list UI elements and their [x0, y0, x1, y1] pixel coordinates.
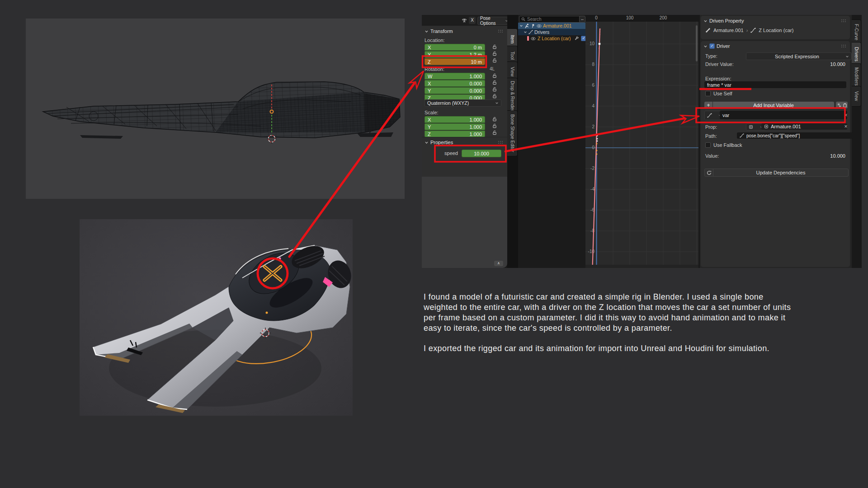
- channel-object-name: Armature.001: [543, 23, 572, 28]
- filter-toggle-button[interactable]: ↔: [579, 16, 585, 23]
- pose-icon: [462, 18, 467, 23]
- transform-section-header[interactable]: Transform: [425, 28, 453, 34]
- channel-name: Z Location (car): [538, 36, 571, 41]
- location-z-field[interactable]: Z10 m: [425, 58, 485, 65]
- lock-open-icon[interactable]: [492, 94, 497, 99]
- axis-label: X: [428, 117, 431, 122]
- eye-icon: [531, 36, 536, 41]
- viewport-close-button[interactable]: X: [469, 17, 476, 24]
- chevron-down-icon: [425, 141, 429, 145]
- add-input-variable-label: Add Input Variable: [753, 103, 794, 108]
- panel-grip-icon[interactable]: [498, 141, 503, 144]
- drivers-graph-region[interactable]: 0 100 200 108: [585, 15, 698, 268]
- update-dependencies-button[interactable]: Update Dependencies: [713, 169, 849, 177]
- pose-options-dropdown[interactable]: Pose Options: [477, 17, 511, 25]
- axis-value: 1.000: [469, 124, 482, 130]
- location-y-field[interactable]: Y1.2 m: [425, 51, 485, 58]
- caption-line: per frame based on a custom parameter. I…: [424, 313, 860, 323]
- frame-tick: 0: [595, 15, 598, 20]
- rotation-y-field[interactable]: Y0.000: [425, 87, 485, 94]
- driver-icon: [740, 133, 744, 138]
- svg-text:6: 6: [592, 83, 594, 88]
- copy-driver-icon[interactable]: [837, 103, 841, 108]
- channel-row-drivers-group[interactable]: Drivers: [518, 29, 591, 35]
- variable-delete-button[interactable]: ×: [843, 111, 849, 119]
- scale-z-field[interactable]: Z1.000: [425, 131, 485, 137]
- driver-icon: [750, 28, 756, 33]
- pin-icon: [531, 23, 535, 28]
- driver-sidebar: Driven Property Armature.001 › Z Locatio…: [700, 15, 852, 268]
- lock-open-icon[interactable]: [492, 58, 497, 63]
- lock-open-icon[interactable]: [492, 117, 497, 122]
- driven-property-title: Driven Property: [709, 18, 744, 23]
- lock-open-icon[interactable]: [492, 73, 497, 78]
- variable-name-field[interactable]: var: [720, 111, 847, 119]
- speed-value: 10.000: [474, 151, 489, 156]
- use-fallback-row[interactable]: Use Fallback: [705, 142, 742, 148]
- viewport-empty-area: ∧: [422, 177, 507, 268]
- editor-tab-strip: F-Curve Drivers Modifiers View: [852, 15, 862, 268]
- prop-object-field[interactable]: Armature.001: [761, 123, 847, 130]
- add-variable-plus-button[interactable]: +: [704, 102, 712, 108]
- caption-paragraph-2: I exported the rigged car and its animat…: [424, 343, 860, 354]
- tab-view[interactable]: View: [852, 86, 861, 107]
- use-self-row[interactable]: Use Self: [705, 91, 732, 96]
- channel-search-field[interactable]: Search: [519, 16, 582, 23]
- driver-section-header[interactable]: ✓ Driver: [703, 43, 730, 49]
- refresh-icon: [707, 170, 712, 175]
- tab-f-curve[interactable]: F-Curve: [852, 19, 861, 45]
- rotation-w-field[interactable]: W1.000: [425, 73, 485, 80]
- axis-label: X: [428, 81, 431, 86]
- path-value: pose.bones["car"]["speed"]: [746, 133, 800, 138]
- tab-drop-render[interactable]: Drop & Render: [507, 78, 518, 114]
- lock-open-icon[interactable]: [492, 80, 497, 85]
- modifier-wrench-icon[interactable]: [575, 36, 579, 41]
- transform-panel: Transform Location: X0 m Y1.2 m Z10 m: [422, 26, 507, 177]
- driver-type-dropdown[interactable]: Scripted Expression: [746, 52, 852, 60]
- speed-property-slider[interactable]: 10.000: [462, 150, 501, 157]
- svg-text:2: 2: [592, 124, 594, 129]
- path-field[interactable]: pose.bones["car"]["speed"]: [737, 132, 853, 139]
- lock-open-icon[interactable]: [492, 44, 497, 49]
- graph-frame-ruler: 0 100 200: [585, 15, 698, 22]
- lock-open-icon[interactable]: [492, 130, 497, 135]
- tab-drivers[interactable]: Drivers: [852, 42, 861, 66]
- channel-row-armature[interactable]: Armature.001: [518, 23, 587, 29]
- driven-property-header[interactable]: Driven Property: [703, 18, 744, 23]
- lock-open-icon[interactable]: [492, 87, 497, 92]
- location-x-field[interactable]: X0 m: [425, 44, 485, 51]
- add-input-variable-button[interactable]: Add Input Variable: [713, 102, 834, 108]
- use-fallback-checkbox[interactable]: [705, 142, 711, 148]
- paste-driver-icon[interactable]: [843, 103, 847, 108]
- panel-collapse-button[interactable]: ∧: [494, 261, 503, 266]
- scale-label: Scale:: [425, 110, 439, 115]
- properties-section-header[interactable]: Properties: [425, 140, 453, 145]
- driver-enable-checkbox[interactable]: ✓: [709, 43, 715, 49]
- path-label: Path:: [705, 133, 717, 139]
- speed-property-label: speed: [425, 150, 458, 156]
- lock-open-icon[interactable]: [492, 51, 497, 56]
- use-self-checkbox[interactable]: [705, 91, 711, 96]
- graph-scrollbar[interactable]: [696, 25, 698, 61]
- scale-y-field[interactable]: Y1.000: [425, 123, 485, 130]
- render-viewport: [80, 219, 353, 416]
- breadcrumb-channel[interactable]: Z Location (car): [759, 28, 793, 33]
- panel-grip-icon[interactable]: [841, 19, 846, 23]
- driver-value-label: Driver Value:: [705, 61, 734, 67]
- scale-x-field[interactable]: X1.000: [425, 116, 485, 123]
- rotation-mode-dropdown[interactable]: Quaternion (WXYZ): [425, 99, 501, 107]
- wireframe-viewport: [26, 19, 405, 199]
- panel-grip-icon[interactable]: [498, 29, 503, 33]
- tab-bone-shape-editor[interactable]: Bone Shape Editor: [507, 110, 518, 156]
- caption-text: I found a model of a futuristic car and …: [424, 292, 860, 354]
- expression-field[interactable]: frame * var: [704, 81, 846, 88]
- update-dependencies-icon-button[interactable]: [704, 169, 713, 177]
- expression-value: frame * var: [707, 82, 731, 88]
- channel-row-z-location[interactable]: Z Location (car) ✓: [518, 35, 594, 42]
- axis-label: X: [428, 45, 431, 50]
- rotation-x-field[interactable]: X0.000: [425, 80, 485, 87]
- prop-clear-button[interactable]: ×: [843, 123, 849, 130]
- panel-grip-icon[interactable]: [841, 44, 846, 48]
- lock-open-icon[interactable]: [492, 123, 497, 128]
- breadcrumb-object[interactable]: Armature.001: [713, 28, 744, 33]
